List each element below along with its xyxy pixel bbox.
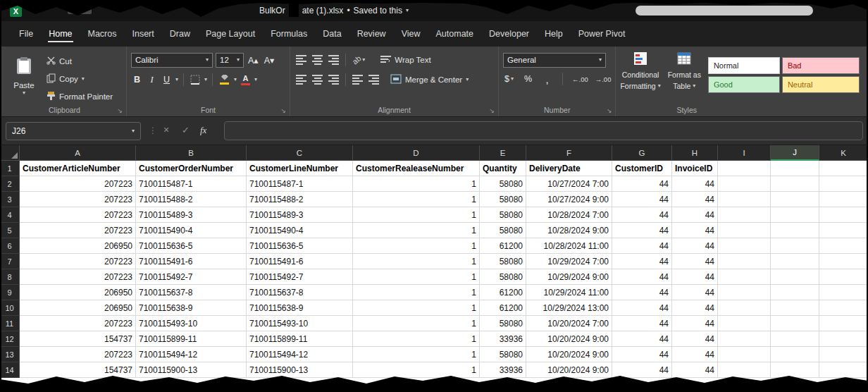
cell-B2[interactable]: 7100115487-1 [136, 176, 247, 192]
cell-J10[interactable] [771, 300, 819, 316]
cell-H14[interactable]: 44 [672, 362, 718, 378]
cell-F10[interactable]: 10/29/2024 13:00 [526, 300, 612, 316]
row-header-11[interactable]: 11 [0, 316, 20, 331]
cell-E7[interactable]: 58080 [480, 254, 526, 269]
row-header-12[interactable]: 12 [0, 331, 20, 347]
cell-B8[interactable]: 7100115492-7 [136, 269, 247, 285]
tab-developer[interactable]: Developer [481, 23, 537, 44]
format-as-table-button[interactable]: Format as Table▾ [668, 50, 701, 91]
cell-F3[interactable]: 10/27/2024 9:00 [526, 192, 612, 207]
cell-J14[interactable] [771, 362, 819, 378]
cell-K5[interactable] [819, 223, 868, 238]
increase-font-size-button[interactable]: A▴ [247, 53, 260, 67]
cell-A14[interactable]: 154737 [20, 362, 136, 378]
column-header-H[interactable]: H [672, 145, 718, 161]
cell-D14[interactable]: 1 [353, 362, 480, 378]
paste-chevron-icon[interactable]: ▾ [23, 90, 25, 96]
column-header-A[interactable]: A [20, 145, 136, 161]
cell-F5[interactable]: 10/28/2024 9:00 [526, 223, 612, 238]
currency-chevron-icon[interactable]: ▾ [511, 76, 514, 82]
conditional-formatting-button[interactable]: Conditional Formatting▾ [620, 50, 660, 91]
font-size-chevron-icon[interactable]: ▾ [232, 57, 240, 63]
tab-macros[interactable]: Macros [80, 23, 125, 44]
currency-button[interactable]: $ ▾ [503, 72, 515, 86]
cell-H8[interactable]: 44 [672, 269, 718, 285]
merge-center-button[interactable]: Merge & Center ▾ [390, 73, 469, 87]
row-header-2[interactable]: 2 [0, 176, 20, 192]
cell-I1[interactable] [718, 161, 771, 176]
cell-B12[interactable]: 7100115899-11 [136, 331, 247, 347]
cell-G2[interactable]: 44 [612, 176, 672, 192]
cell-J5[interactable] [771, 223, 819, 238]
tab-data[interactable]: Data [315, 23, 349, 44]
cell-G4[interactable]: 44 [612, 207, 672, 223]
cell-E8[interactable]: 58080 [480, 269, 526, 285]
row-header-10[interactable]: 10 [0, 300, 20, 316]
cell-E4[interactable]: 58080 [480, 207, 526, 223]
align-right-button[interactable] [327, 73, 340, 87]
cell-H13[interactable]: 44 [672, 347, 718, 362]
cell-J3[interactable] [771, 192, 819, 207]
cell-A4[interactable]: 207223 [20, 207, 136, 223]
font-name-combobox[interactable]: Calibri ▾ [131, 53, 213, 68]
paste-button[interactable]: Paste ▾ [7, 50, 41, 102]
column-header-I[interactable]: I [718, 145, 771, 161]
cell-F14[interactable]: 10/20/2024 9:00 [526, 362, 612, 378]
tab-page-layout[interactable]: Page Layout [198, 23, 263, 44]
cell-B13[interactable]: 7100115494-12 [136, 347, 247, 362]
underline-button[interactable]: U [161, 73, 173, 87]
underline-chevron-icon[interactable]: ▾ [175, 77, 178, 82]
merge-center-chevron-icon[interactable]: ▾ [466, 77, 469, 82]
fill-color-chevron-icon[interactable]: ▾ [234, 77, 237, 82]
decrease-decimal-button[interactable]: →.00 [595, 75, 612, 83]
cell-A10[interactable]: 206950 [20, 300, 136, 316]
cell-H9[interactable]: 44 [672, 285, 718, 300]
cell-F6[interactable]: 10/28/2024 11:00 [526, 238, 612, 254]
copy-button[interactable]: Copy ▾ [46, 71, 113, 86]
number-dialog-launcher[interactable]: ↘ [607, 107, 612, 114]
cell-A2[interactable]: 207223 [20, 176, 136, 192]
tab-insert[interactable]: Insert [124, 23, 161, 44]
cell-E1[interactable]: Quantity [480, 161, 526, 176]
cell-I9[interactable] [718, 285, 771, 300]
cell-D6[interactable]: 1 [353, 238, 480, 254]
cell-H1[interactable]: InvoiceID [672, 161, 718, 176]
cell-J12[interactable] [771, 331, 819, 347]
percent-button[interactable]: % [522, 72, 534, 86]
cell-H11[interactable]: 44 [672, 316, 718, 331]
cell-E6[interactable]: 61200 [480, 238, 526, 254]
cell-D1[interactable]: CustomerRealeaseNumber [353, 161, 480, 176]
cell-G11[interactable]: 44 [612, 316, 672, 331]
cell-B11[interactable]: 7100115493-10 [136, 316, 247, 331]
cell-K10[interactable] [819, 300, 868, 316]
cell-I13[interactable] [718, 347, 771, 362]
cell-E12[interactable]: 33936 [480, 331, 526, 347]
row-header-13[interactable]: 13 [0, 347, 20, 362]
borders-button[interactable] [189, 73, 202, 87]
cell-G12[interactable]: 44 [612, 331, 672, 347]
font-size-combobox[interactable]: 12 ▾ [216, 53, 244, 68]
insert-function-button[interactable]: fx [200, 125, 206, 136]
fill-color-button[interactable] [218, 73, 231, 87]
align-middle-button[interactable] [311, 53, 324, 67]
cell-H10[interactable]: 44 [672, 300, 718, 316]
cell-C9[interactable]: 7100115637-8 [247, 285, 353, 300]
style-good[interactable]: Good [708, 76, 780, 93]
row-header-7[interactable]: 7 [0, 254, 20, 269]
cell-F11[interactable]: 10/20/2024 7:00 [526, 316, 612, 331]
cell-D11[interactable]: 1 [353, 316, 480, 331]
align-bottom-button[interactable] [327, 53, 340, 67]
cell-C4[interactable]: 7100115489-3 [247, 207, 353, 223]
bold-button[interactable]: B [131, 73, 143, 87]
row-header-6[interactable]: 6 [0, 238, 20, 254]
cell-J4[interactable] [771, 207, 819, 223]
cell-I7[interactable] [718, 254, 771, 269]
cell-A7[interactable]: 207223 [20, 254, 136, 269]
format-painter-button[interactable]: Format Painter [46, 89, 113, 104]
cell-J2[interactable] [771, 176, 819, 192]
cancel-button[interactable]: × [163, 124, 169, 135]
cell-A1[interactable]: CustomerArticleNumber [20, 161, 136, 176]
cell-I4[interactable] [718, 207, 771, 223]
clipboard-dialog-launcher[interactable]: ↘ [117, 107, 123, 114]
cell-G14[interactable]: 44 [612, 362, 672, 378]
